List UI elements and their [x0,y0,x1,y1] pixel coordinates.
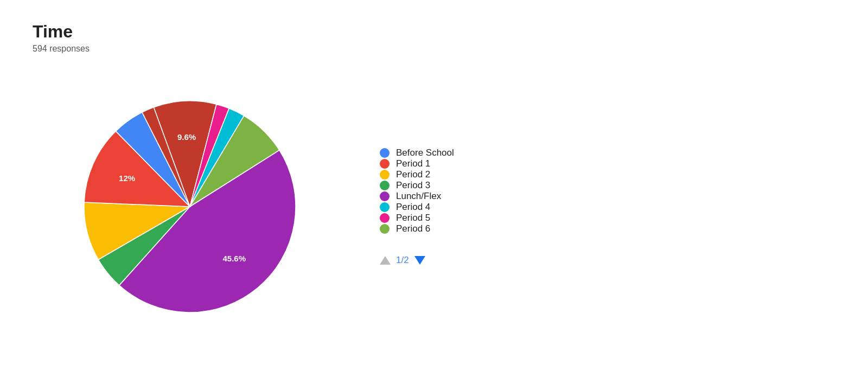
legend-color-dot [380,181,390,190]
legend-color-dot [380,148,390,158]
legend-label: Period 3 [396,180,430,191]
svg-text:9.6%: 9.6% [177,132,196,142]
next-page-icon[interactable] [414,256,425,265]
legend-item: Period 6 [380,223,454,234]
legend-item: Before School [380,148,454,158]
legend-label: Period 1 [396,158,430,169]
legend-label: Before School [396,148,454,158]
legend-item: Lunch/Flex [380,191,454,202]
legend-label: Lunch/Flex [396,191,441,202]
svg-text:12%: 12% [119,174,135,183]
legend-item: Period 4 [380,202,454,213]
legend-color-dot [380,224,390,234]
legend-color-dot [380,213,390,223]
response-count: 594 responses [33,44,835,54]
legend-item: Period 5 [380,213,454,223]
page-indicator: 1/2 [396,255,409,266]
page-title: Time [33,22,835,42]
legend-color-dot [380,159,390,169]
legend-label: Period 2 [396,169,430,180]
chart-legend: Before School Period 1 Period 2 Period 3… [380,148,454,266]
legend-label: Period 4 [396,202,430,213]
legend-item: Period 1 [380,158,454,169]
legend-color-dot [380,170,390,180]
svg-text:45.6%: 45.6% [222,254,246,263]
legend-item: Period 3 [380,180,454,191]
legend-color-dot [380,191,390,201]
pie-chart: 9.6%45.6%12% [76,93,304,321]
legend-label: Period 6 [396,223,430,234]
legend-label: Period 5 [396,213,430,223]
legend-item: Period 2 [380,169,454,180]
legend-color-dot [380,202,390,212]
pagination: 1/2 [380,255,454,266]
prev-page-icon[interactable] [380,256,391,265]
